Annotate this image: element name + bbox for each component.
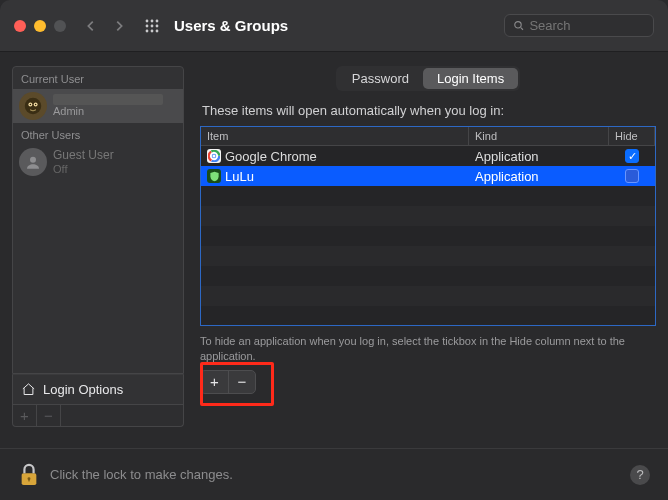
help-button[interactable]: ? [630, 465, 650, 485]
app-icon [207, 149, 221, 163]
svg-point-1 [151, 19, 154, 22]
back-button[interactable] [84, 19, 98, 33]
add-login-item-button[interactable]: + [201, 371, 228, 393]
table-row [201, 246, 655, 266]
table-row [201, 206, 655, 226]
item-kind: Application [475, 169, 539, 184]
forward-button[interactable] [112, 19, 126, 33]
table-row [201, 266, 655, 286]
svg-point-13 [30, 104, 32, 106]
footer: Click the lock to make changes. ? [0, 448, 668, 500]
item-name: Google Chrome [225, 149, 317, 164]
search-input[interactable] [529, 18, 645, 33]
avatar [19, 92, 47, 120]
other-users-section-label: Other Users [13, 123, 183, 145]
svg-point-15 [30, 157, 36, 163]
hint-text: To hide an application when you log in, … [200, 334, 656, 364]
window-toolbar: Users & Groups [0, 0, 668, 52]
zoom-window-button[interactable] [54, 20, 66, 32]
hide-checkbox[interactable] [625, 169, 639, 183]
close-window-button[interactable] [14, 20, 26, 32]
login-items-table: Item Kind Hide Google Chrome Application… [200, 126, 656, 326]
table-row [201, 186, 655, 206]
svg-point-2 [156, 19, 159, 22]
table-row [201, 306, 655, 326]
guest-user-status: Off [53, 163, 114, 176]
svg-point-9 [515, 22, 521, 28]
svg-rect-24 [28, 478, 29, 481]
tab-group: Password Login Items [336, 66, 520, 91]
tab-login-items[interactable]: Login Items [423, 68, 518, 89]
window-controls [14, 20, 66, 32]
current-user-row[interactable]: Admin [13, 89, 183, 123]
current-user-section-label: Current User [13, 67, 183, 89]
svg-point-14 [35, 104, 37, 106]
column-header-kind[interactable]: Kind [469, 127, 609, 146]
column-header-hide[interactable]: Hide [609, 127, 655, 146]
lock-text: Click the lock to make changes. [50, 467, 233, 482]
svg-point-8 [156, 29, 159, 32]
svg-point-0 [146, 19, 149, 22]
lock-icon [18, 462, 40, 488]
login-options-button[interactable]: Login Options [12, 374, 184, 405]
login-items-pane: Password Login Items These items will op… [200, 66, 656, 430]
svg-point-3 [146, 24, 149, 27]
window-title: Users & Groups [174, 17, 288, 34]
avatar [19, 148, 47, 176]
show-all-prefs-button[interactable] [144, 18, 160, 34]
guest-user-row[interactable]: Guest User Off [13, 145, 183, 179]
table-row[interactable]: Google Chrome Application ✓ [201, 146, 655, 166]
table-row [201, 286, 655, 306]
search-field[interactable] [504, 14, 654, 37]
guest-user-name: Guest User [53, 149, 114, 163]
column-header-item[interactable]: Item [201, 127, 469, 146]
item-name: LuLu [225, 169, 254, 184]
table-row [201, 226, 655, 246]
svg-point-7 [151, 29, 154, 32]
table-row[interactable]: LuLu Application [201, 166, 655, 186]
users-sidebar: Current User Admin Other Users Guest Use… [12, 66, 184, 430]
svg-point-4 [151, 24, 154, 27]
item-kind: Application [475, 149, 539, 164]
remove-login-item-button[interactable]: − [228, 371, 255, 393]
house-icon [21, 382, 36, 397]
minimize-window-button[interactable] [34, 20, 46, 32]
tab-password[interactable]: Password [338, 68, 423, 89]
add-user-button[interactable]: + [13, 405, 37, 426]
svg-point-10 [25, 98, 42, 115]
svg-point-6 [146, 29, 149, 32]
search-icon [513, 19, 524, 32]
app-icon [207, 169, 221, 183]
svg-point-21 [213, 155, 216, 158]
current-user-name [53, 94, 163, 105]
user-list: Current User Admin Other Users Guest Use… [12, 66, 184, 374]
hide-checkbox[interactable]: ✓ [625, 149, 639, 163]
remove-user-button[interactable]: − [37, 405, 61, 426]
add-remove-login-item: + − [200, 370, 256, 394]
svg-point-5 [156, 24, 159, 27]
sidebar-add-remove: + − [12, 405, 184, 427]
current-user-role: Admin [53, 105, 163, 118]
intro-text: These items will open automatically when… [200, 103, 656, 118]
login-options-label: Login Options [43, 382, 123, 397]
lock-button[interactable] [18, 462, 40, 488]
